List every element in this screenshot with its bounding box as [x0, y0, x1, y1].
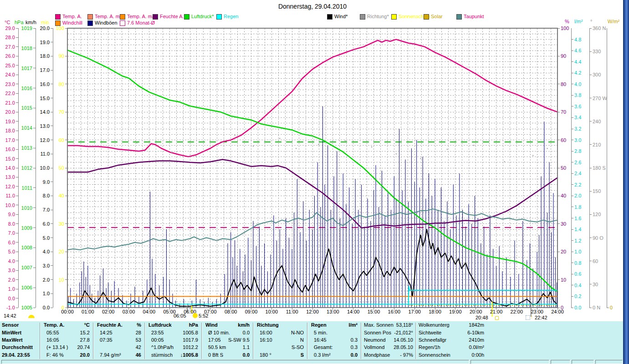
x-label-23: 23:00 — [527, 309, 547, 314]
x-label-21: 21:00 — [486, 309, 506, 314]
richtung-cell-2-r: S-SO — [255, 344, 304, 350]
svg-text:3.0: 3.0 — [43, 263, 50, 268]
svg-text:2.0: 2.0 — [8, 277, 15, 283]
svg-text:7.0: 7.0 — [43, 207, 50, 212]
legend-checkbox-taupunkt[interactable] — [456, 14, 462, 20]
svg-text:1.6: 1.6 — [574, 216, 581, 221]
svg-text:29.0: 29.0 — [5, 25, 15, 31]
richtung-header: Richtung — [257, 322, 279, 328]
legend-checkbox-temp-a-max[interactable] — [120, 14, 125, 20]
legend-checkbox-luftdruck[interactable] — [184, 14, 189, 20]
table-divider — [415, 323, 416, 359]
wind-cell-3-r: 0.0 — [204, 352, 250, 358]
svg-text:1011: 1011 — [21, 185, 32, 191]
svg-text:13.0: 13.0 — [40, 123, 50, 129]
legend-checkbox-regen[interactable] — [216, 14, 222, 20]
legend-checkbox-windchill[interactable] — [55, 20, 61, 26]
series-temp-a- — [67, 40, 557, 157]
astro-value-3: 28.05.10 — [364, 344, 413, 350]
svg-text:270 W: 270 W — [593, 96, 607, 101]
axis-header-sunshine: min — [41, 20, 49, 25]
svg-text:15.0: 15.0 — [5, 156, 15, 162]
table-rowlabel-4: 29.04. 23:55 — [2, 352, 30, 358]
svg-text:19.0: 19.0 — [40, 40, 50, 45]
legend-checkbox-monat-avg[interactable] — [120, 20, 125, 26]
moonset-time-label: 5:52 — [199, 313, 208, 318]
legend-checkbox-solar[interactable] — [424, 14, 429, 20]
feuchte-cell-3-r: 46 — [95, 352, 141, 358]
svg-text:1.0: 1.0 — [8, 286, 15, 292]
svg-text:17.0: 17.0 — [5, 137, 15, 143]
feuchte-cell-2-r: 42 — [95, 344, 141, 350]
x-label-12: 12:00 — [302, 309, 322, 314]
svg-text:23.0: 23.0 — [5, 81, 15, 87]
luftdruck-cell-3-r: ↓1005.8 — [147, 352, 198, 358]
legend-checkbox-wind[interactable] — [327, 14, 332, 20]
astro-value-4: - 97% — [364, 352, 413, 358]
moonrise-moon-icon — [526, 315, 530, 320]
wind-cell-2-r: 1.1 — [204, 344, 250, 350]
axis-header-direction: ° — [590, 19, 592, 24]
legend-checkbox-windboeen[interactable] — [87, 20, 93, 26]
svg-text:30: 30 — [593, 282, 598, 287]
x-label-14: 14:00 — [343, 309, 363, 314]
svg-text:30: 30 — [59, 221, 64, 227]
wetter-value-0: 1842m — [419, 322, 484, 328]
svg-text:2.6: 2.6 — [574, 160, 581, 165]
legend-label-feuchte-a: Feuchte A.* — [160, 14, 186, 19]
svg-text:1015: 1015 — [21, 105, 32, 111]
svg-text:6.0: 6.0 — [8, 240, 15, 245]
svg-text:30: 30 — [561, 221, 566, 227]
svg-text:2.8: 2.8 — [574, 148, 581, 154]
sunrise-time-label: 06:05 — [174, 313, 186, 318]
svg-text:0.6: 0.6 — [574, 271, 581, 277]
series-regen-gesamt — [409, 286, 557, 304]
wetter-value-1: 6-10km — [419, 330, 484, 335]
legend-checkbox-sonnenschein[interactable] — [391, 14, 397, 20]
luftdruck-cell-1-r: 1017.9 — [147, 337, 198, 343]
svg-text:10: 10 — [561, 277, 566, 283]
moonrise-time-label: 22:42 — [535, 315, 547, 320]
svg-text:22.0: 22.0 — [5, 91, 15, 96]
regen-cell-3-r: 0.0 — [309, 352, 358, 358]
series-richtung — [136, 135, 547, 162]
svg-text:8.0: 8.0 — [8, 221, 15, 227]
svg-text:20: 20 — [59, 249, 64, 254]
x-label-16: 16:00 — [384, 309, 404, 314]
svg-text:1.8: 1.8 — [574, 204, 581, 210]
legend-checkbox-temp-a[interactable] — [55, 14, 61, 20]
svg-text:3.8: 3.8 — [574, 92, 581, 98]
legend-checkbox-temp-a-min[interactable] — [87, 14, 93, 20]
legend-checkbox-richtung[interactable] — [360, 14, 365, 20]
richtung-cell-3-r: S — [255, 352, 304, 358]
daylength-label: 14:42 — [4, 313, 16, 318]
legend-checkbox-feuchte-a[interactable] — [153, 14, 158, 20]
svg-text:15.0: 15.0 — [40, 96, 50, 101]
svg-text:5.0: 5.0 — [8, 249, 15, 254]
svg-text:1.0: 1.0 — [43, 291, 50, 296]
svg-text:3.4: 3.4 — [574, 115, 581, 120]
svg-text:20.0: 20.0 — [5, 109, 15, 115]
svg-text:4.6: 4.6 — [574, 48, 581, 53]
x-label-17: 17:00 — [404, 309, 424, 314]
svg-text:1010: 1010 — [21, 205, 32, 211]
axis-header-pressure: hPa — [15, 20, 24, 25]
svg-text:20: 20 — [561, 249, 566, 254]
svg-text:2.0: 2.0 — [574, 193, 581, 198]
svg-text:21.0: 21.0 — [5, 100, 15, 106]
svg-text:5.0: 5.0 — [43, 235, 50, 241]
temp-cell-1-r: 27.8 — [42, 337, 90, 343]
x-label-20: 20:00 — [466, 309, 486, 314]
svg-text:2.2: 2.2 — [574, 182, 581, 187]
wind-cell-0-r: 0.0 — [204, 330, 250, 335]
legend-label-richtung: Richtung* — [367, 14, 389, 19]
svg-text:24.0: 24.0 — [5, 72, 15, 77]
x-label-2: 02:00 — [98, 309, 118, 314]
table-divider — [40, 323, 41, 359]
svg-text:14.0: 14.0 — [5, 165, 15, 171]
richtung-cell-1-r: N — [255, 337, 304, 343]
status-bar — [0, 360, 623, 364]
svg-text:70: 70 — [561, 109, 566, 115]
regen-cell-1-r: 0.3 — [309, 337, 358, 343]
svg-text:60: 60 — [593, 258, 598, 264]
